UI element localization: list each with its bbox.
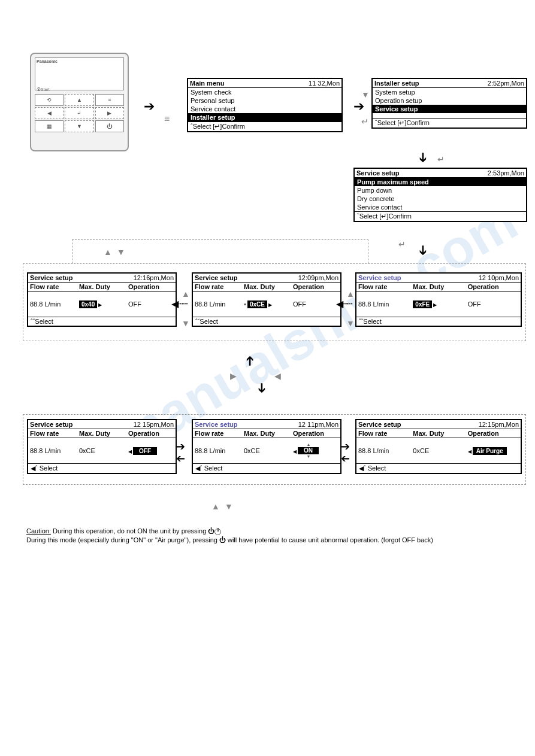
- arrow-up-icon: ➔: [242, 356, 258, 366]
- col-operation: Operation: [466, 429, 521, 438]
- remote-btn-back[interactable]: ⟲: [35, 94, 64, 106]
- title: Service setup: [195, 421, 238, 428]
- triangle-right-icon: ▶: [230, 371, 237, 381]
- menu-item-selected[interactable]: Service setup: [373, 105, 526, 113]
- col-flowrate: Flow rate: [28, 283, 77, 291]
- val-operation-selected[interactable]: OFF: [133, 447, 157, 455]
- val-operation-selected[interactable]: Air Purge: [473, 447, 507, 455]
- triangle-up-icon: ▲: [211, 502, 220, 511]
- col-flowrate: Flow rate: [28, 429, 77, 438]
- title: Service setup: [356, 169, 400, 177]
- val-maxduty-selected[interactable]: 0x40: [79, 300, 97, 308]
- val-maxduty-selected[interactable]: 0xCE: [247, 300, 267, 308]
- time: 12:16pm,Mon: [134, 274, 174, 281]
- val-operation: OFF: [126, 300, 176, 308]
- remote-btn-left[interactable]: ◀: [35, 107, 64, 119]
- panel-p5: Service setup12 11pm,Mon Flow rate Max. …: [192, 419, 341, 474]
- panel-p4: Service setup12 15pm,Mon Flow rate Max. …: [27, 419, 177, 474]
- menu-item-selected[interactable]: Pump maximum speed: [355, 178, 526, 186]
- arrow-down-icon: ➔: [254, 382, 270, 393]
- menu-item[interactable]: Service contact: [188, 105, 341, 113]
- val-flowrate: 88.8 L/min: [356, 300, 411, 308]
- val-operation: OFF: [291, 300, 340, 308]
- val-flowrate: 88.8 L/min: [193, 447, 242, 455]
- menu-item-selected[interactable]: Installer setup: [188, 113, 341, 122]
- triangle-down-icon: ▼: [117, 247, 125, 257]
- menu-item[interactable]: Pump down: [355, 186, 526, 195]
- time: 12:09pm,Mon: [298, 274, 338, 281]
- triangle-left-icon: [468, 447, 471, 454]
- col-operation: Operation: [126, 283, 176, 291]
- title: Installer setup: [374, 80, 419, 87]
- remote-btn-grid[interactable]: ▦: [35, 120, 64, 132]
- menu-item[interactable]: System setup: [373, 88, 526, 96]
- caution-text: Caution: During this operation, do not O…: [26, 527, 500, 545]
- col-maxduty: Max. Duty: [242, 429, 291, 438]
- title: Service setup: [195, 274, 238, 281]
- menu-item[interactable]: System check: [188, 88, 341, 96]
- remote-btn-up[interactable]: ▲: [65, 94, 93, 106]
- col-operation: Operation: [291, 429, 340, 438]
- arrow-right-icon: ➔: [341, 440, 350, 453]
- menu-item[interactable]: Operation setup: [373, 96, 526, 105]
- menu-item[interactable]: Dry concrete: [355, 195, 526, 203]
- arrow-right-icon: ➔: [353, 99, 364, 114]
- footer: ˆˇSelect: [28, 317, 176, 326]
- remote-btn-power[interactable]: ⏻: [95, 120, 124, 132]
- col-flowrate: Flow rate: [356, 429, 411, 438]
- remote-controller: Panasonic ⦿Start ⟲ ▲ ≡ ◀ ⤶ ▶ ▦ ▼ ⏻: [30, 53, 129, 151]
- col-flowrate: Flow rate: [193, 283, 242, 291]
- col-operation: Operation: [291, 283, 340, 291]
- triangle-right-icon: [98, 300, 102, 308]
- panel-p2: Service setup12:09pm,Mon Flow rate Max. …: [192, 272, 341, 327]
- remote-buttons: ⟲ ▲ ≡ ◀ ⤶ ▶ ▦ ▼ ⏻: [35, 94, 124, 132]
- triangle-right-icon: [268, 300, 272, 308]
- remote-btn-down[interactable]: ▼: [65, 120, 93, 132]
- power-icon: [214, 529, 221, 535]
- menu-item[interactable]: [373, 113, 526, 114]
- footer: ◀ˆ Select: [193, 463, 340, 473]
- enter-icon: ↵: [398, 239, 406, 249]
- title: Main menu: [190, 80, 224, 87]
- menu-item[interactable]: Personal setup: [188, 96, 341, 105]
- remote-btn-right[interactable]: ▶: [95, 107, 124, 119]
- triangle-right-icon: [433, 300, 437, 308]
- val-operation: OFF: [466, 300, 521, 308]
- col-flowrate: Flow rate: [193, 429, 242, 438]
- arrow-right-icon: ➔: [176, 440, 185, 453]
- remote-brand: Panasonic: [37, 59, 122, 63]
- menu-item[interactable]: Service contact: [355, 203, 526, 211]
- title: Service setup: [30, 421, 73, 428]
- val-maxduty: 0xCE: [242, 447, 291, 455]
- arrow-left-icon: ➔: [176, 452, 185, 465]
- title: Service setup: [358, 274, 401, 281]
- arrow-dashed-left-icon: ◀┄┄: [171, 298, 187, 309]
- triangle-down-icon: ▼: [182, 318, 190, 328]
- triangle-down-icon: ▼: [225, 502, 233, 511]
- footer: ˆSelect [↵]Confirm: [373, 118, 526, 127]
- remote-btn-enter[interactable]: ⤶: [65, 107, 93, 119]
- caution-label: Caution:: [26, 527, 51, 535]
- arrow-down-icon: ➔: [415, 245, 431, 256]
- footer: ˇSelect [↵]Confirm: [355, 211, 526, 221]
- time: 2:52pm,Mon: [488, 80, 524, 87]
- triangle-left-icon: [128, 447, 132, 454]
- panel-p6: Service setup12:15pm,Mon Flow rate Max. …: [355, 419, 522, 474]
- time: 12 15pm,Mon: [134, 421, 174, 428]
- footer: ˆSelect [↵]Confirm: [188, 122, 341, 131]
- remote-start-label: ⦿Start: [37, 87, 122, 92]
- panel-mainmenu: Main menu11 32,Mon System check Personal…: [187, 78, 343, 132]
- time: 11 32,Mon: [309, 80, 340, 87]
- remote-btn-menu[interactable]: ≡: [95, 94, 124, 106]
- panel-servicemenu: Service setup2:53pm,Mon Pump maximum spe…: [353, 168, 527, 222]
- enter-icon: ↵: [361, 117, 368, 126]
- title: Service setup: [358, 421, 401, 428]
- title: Service setup: [30, 274, 73, 281]
- col-operation: Operation: [466, 283, 521, 291]
- val-maxduty-selected[interactable]: 0xFE: [413, 300, 432, 308]
- triangle-down-icon: ▼: [346, 318, 355, 328]
- caution-line2: During this mode (especially during "ON"…: [26, 536, 433, 544]
- col-flowrate: Flow rate: [356, 283, 411, 291]
- panel-p1: Service setup12:16pm,Mon Flow rate Max. …: [27, 272, 177, 327]
- val-maxduty: 0xCE: [77, 447, 126, 455]
